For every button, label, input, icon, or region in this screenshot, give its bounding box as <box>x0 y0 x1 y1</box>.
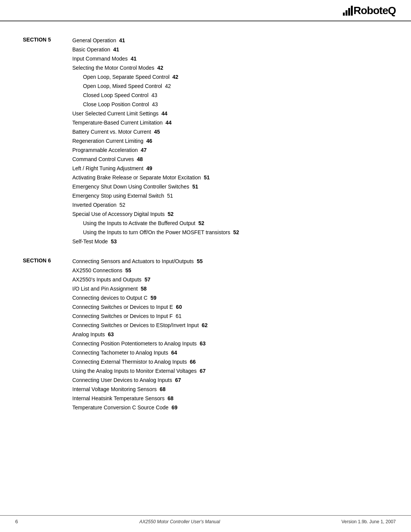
list-item: Connecting Switches or Devices to EStop/… <box>72 321 388 329</box>
entry-page-number: 51 <box>167 193 173 199</box>
list-item: Input Command Modes 41 <box>72 55 388 63</box>
entry-text: AX2550’s Inputs and Outputs <box>72 276 145 283</box>
section-6-entries: Connecting Sensors and Actuators to Inpu… <box>72 257 388 413</box>
entry-page-number: 68 <box>160 386 166 392</box>
list-item: Basic Operation 41 <box>72 46 388 54</box>
entry-text: Programmable Acceleration <box>72 147 141 153</box>
list-item: Emergency Shut Down Using Controller Swi… <box>72 183 388 191</box>
entry-text: Internal Heatsink Temperature Sensors <box>72 395 167 401</box>
entry-page-number: 43 <box>152 101 158 107</box>
entry-page-number: 58 <box>141 286 147 292</box>
entry-text: Basic Operation <box>72 46 113 53</box>
section-5-label: SECTION 5 <box>23 37 72 247</box>
section-5: SECTION 5 General Operation 41Basic Oper… <box>23 37 388 247</box>
entry-page-number: 52 <box>233 229 239 235</box>
entry-text: Regeneration Current Limiting <box>72 138 147 144</box>
entry-page-number: 66 <box>190 359 196 365</box>
entry-text: Using the Inputs to Activate the Buffere… <box>83 220 198 226</box>
list-item: Special Use of Accessory Digital Inputs … <box>72 210 388 218</box>
entry-text: Connecting User Devices to Analog Inputs <box>72 377 175 383</box>
entry-text: Connecting Switches or Devices to Input … <box>72 313 176 319</box>
entry-page-number: 67 <box>200 368 206 374</box>
entry-page-number: 68 <box>167 395 174 401</box>
list-item: Connecting devices to Output C 59 <box>72 294 388 302</box>
entry-text: Left / Right Tuning Adjustment <box>72 165 147 171</box>
entry-page-number: 52 <box>198 220 204 226</box>
list-item: Temperature-Based Current Limitation 44 <box>72 119 388 127</box>
list-item: Programmable Acceleration 47 <box>72 146 388 154</box>
list-item: Selecting the Motor Control Modes 42 <box>72 64 388 72</box>
logo-text: RoboteQ <box>354 5 396 17</box>
list-item: AX2550’s Inputs and Outputs 57 <box>72 276 388 284</box>
list-item: Command Control Curves 48 <box>72 155 388 163</box>
entry-page-number: 44 <box>161 110 167 117</box>
list-item: Regeneration Current Limiting 46 <box>72 137 388 145</box>
list-item: Connecting User Devices to Analog Inputs… <box>72 376 388 384</box>
entry-text: Closed Loop Speed Control <box>83 92 151 98</box>
entry-page-number: 52 <box>119 202 126 208</box>
header: RoboteQ <box>0 0 411 21</box>
entry-text: Emergency Stop using External Switch <box>72 193 167 199</box>
list-item: Connecting Sensors and Actuators to Inpu… <box>72 257 388 265</box>
entry-text: Input Command Modes <box>72 56 131 62</box>
footer-title: AX2550 Motor Controller User's Manual <box>139 519 220 524</box>
list-item: Self-Test Mode 53 <box>72 238 388 246</box>
entry-page-number: 55 <box>125 267 131 273</box>
entry-text: Open Loop, Separate Speed Control <box>83 74 172 80</box>
entry-page-number: 55 <box>197 258 203 264</box>
entry-page-number: 63 <box>200 340 206 347</box>
list-item: Connecting Position Potentiometers to An… <box>72 340 388 348</box>
list-item: Temperature Conversion C Source Code 69 <box>72 404 388 412</box>
logo: RoboteQ <box>343 5 396 17</box>
logo-bar-1 <box>343 13 345 16</box>
entry-text: Internal Voltage Monitoring Sensors <box>72 386 160 392</box>
entry-page-number: 41 <box>131 56 137 62</box>
list-item: General Operation 41 <box>72 37 388 45</box>
entry-page-number: 45 <box>154 129 160 135</box>
entry-text: AX2550 Connections <box>72 267 125 273</box>
entry-page-number: 62 <box>202 322 208 328</box>
entry-text: Battery Current vs. Motor Current <box>72 129 154 135</box>
entry-text: User Selected Current Limit Settings <box>72 110 161 117</box>
logo-bar-2 <box>346 10 347 16</box>
entry-text: Using the Inputs to turn Off/On the Powe… <box>83 229 233 235</box>
list-item: Internal Voltage Monitoring Sensors 68 <box>72 385 388 393</box>
section-6: SECTION 6 Connecting Sensors and Actuato… <box>23 257 388 413</box>
entry-page-number: 42 <box>172 74 178 80</box>
entry-page-number: 44 <box>166 120 172 126</box>
entry-text: Connecting External Thermistor to Analog… <box>72 359 190 365</box>
entry-text: Connecting Tachometer to Analog Inputs <box>72 350 171 356</box>
section-5-entries: General Operation 41Basic Operation 41In… <box>72 37 388 247</box>
toc-content: SECTION 5 General Operation 41Basic Oper… <box>0 33 411 446</box>
entry-text: Emergency Shut Down Using Controller Swi… <box>72 184 192 190</box>
logo-bar-4 <box>351 6 353 16</box>
logo-bars-icon <box>343 6 353 16</box>
entry-page-number: 42 <box>157 65 163 71</box>
entry-text: I/O List and Pin Assignment <box>72 286 141 292</box>
entry-page-number: 67 <box>175 377 181 383</box>
entry-page-number: 59 <box>150 295 156 301</box>
list-item: User Selected Current Limit Settings 44 <box>72 110 388 118</box>
entry-text: Self-Test Mode <box>72 238 111 244</box>
entry-text: Using the Analog Inputs to Monitor Exter… <box>72 368 200 374</box>
entry-page-number: 46 <box>147 138 153 144</box>
entry-text: Close Loop Position Control <box>83 101 152 107</box>
section-6-label: SECTION 6 <box>23 257 72 413</box>
entry-page-number: 51 <box>192 184 198 190</box>
list-item: Connecting Switches or Devices to Input … <box>72 303 388 311</box>
list-item: Open Loop, Mixed Speed Control 42 <box>72 82 388 90</box>
entry-page-number: 57 <box>145 276 151 283</box>
entry-text: Command Control Curves <box>72 156 137 162</box>
entry-text: Open Loop, Mixed Speed Control <box>83 83 165 89</box>
entry-page-number: 42 <box>165 83 171 89</box>
entry-text: Special Use of Accessory Digital Inputs <box>72 211 168 217</box>
entry-page-number: 41 <box>119 37 125 43</box>
entry-page-number: 64 <box>171 350 177 356</box>
entry-page-number: 53 <box>111 238 117 244</box>
entry-text: Connecting Switches or Devices to Input … <box>72 304 176 310</box>
list-item: Using the Inputs to Activate the Buffere… <box>72 219 388 227</box>
list-item: Inverted Operation 52 <box>72 201 388 209</box>
footer: 6 AX2550 Motor Controller User's Manual … <box>0 515 411 524</box>
list-item: Connecting External Thermistor to Analog… <box>72 358 388 366</box>
entry-text: Connecting Position Potentiometers to An… <box>72 340 200 347</box>
